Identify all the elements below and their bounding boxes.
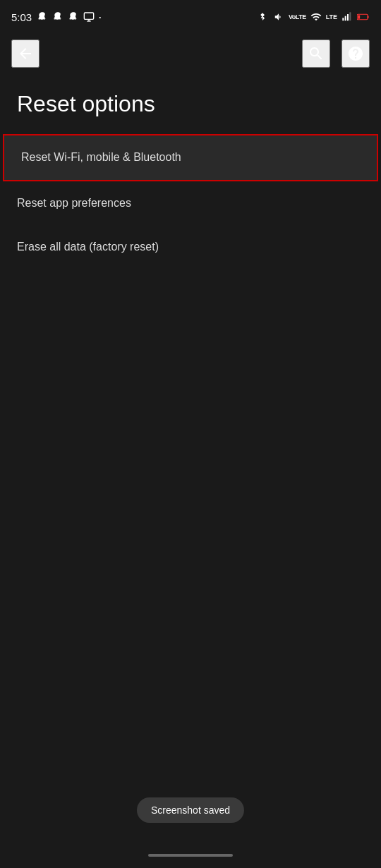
svg-rect-8 [358,15,360,18]
svg-rect-0 [85,13,94,19]
snapchat-icon-2 [52,11,64,23]
volte-icon: VoLTE [289,13,306,20]
nav-left [11,40,40,68]
svg-rect-7 [368,16,369,18]
snapchat-icon-3 [67,11,80,23]
list-item-app-preferences-label: Reset app preferences [17,195,131,211]
screenshot-saved-toast: Screenshot saved [137,797,244,823]
list-item-factory-reset-label: Erase all data (factory reset) [17,239,159,255]
nav-right [302,40,370,68]
list-item-app-preferences[interactable]: Reset app preferences [0,181,381,225]
status-left-icons: · [36,11,102,23]
list-item-factory-reset[interactable]: Erase all data (factory reset) [0,225,381,269]
signal-icon [341,11,353,23]
nav-bar [0,34,381,73]
list-item-wifi-reset[interactable]: Reset Wi-Fi, mobile & Bluetooth [3,134,378,181]
home-indicator[interactable] [148,854,233,857]
bluetooth-icon [256,11,269,23]
svg-rect-5 [349,12,351,20]
page-title-section: Reset options [0,73,381,128]
list-item-wifi-reset-label: Reset Wi-Fi, mobile & Bluetooth [21,150,181,165]
wifi-icon [310,11,322,23]
lte-icon: LTE [326,13,337,20]
help-button[interactable] [341,40,370,68]
svg-rect-2 [342,18,344,20]
status-left: 5:03 · [11,11,102,23]
search-button[interactable] [302,40,330,68]
snapchat-icon-1 [36,11,49,23]
svg-rect-3 [345,16,346,21]
status-right-icons: VoLTE LTE [256,11,370,23]
svg-rect-4 [347,14,349,20]
dot-indicator: · [98,11,102,23]
battery-icon [357,11,370,23]
back-button[interactable] [11,40,40,68]
list-container: Reset Wi-Fi, mobile & Bluetooth Reset ap… [0,134,381,269]
volume-icon [272,11,285,23]
page-title: Reset options [17,90,364,117]
status-bar: 5:03 · [0,0,381,34]
status-time: 5:03 [11,11,32,23]
screen-record-icon [83,11,95,23]
toast-message: Screenshot saved [151,804,230,816]
